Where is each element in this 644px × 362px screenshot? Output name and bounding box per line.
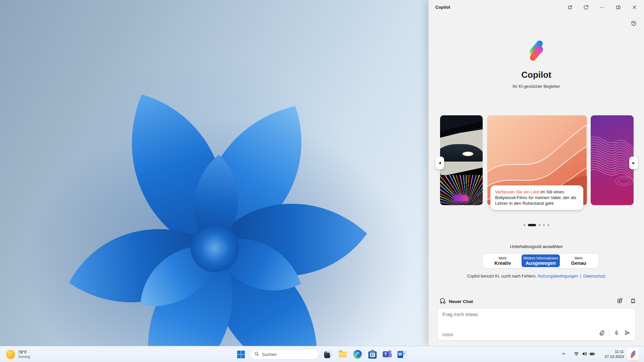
teams-icon: T bbox=[383, 350, 392, 359]
open-in-window-icon bbox=[567, 5, 573, 11]
history-button[interactable] bbox=[628, 18, 639, 29]
volume-icon bbox=[582, 351, 587, 358]
prompt-highlight-text: Verfassen Sie ein Lied bbox=[495, 189, 539, 194]
volume-tray-button[interactable] bbox=[580, 350, 588, 358]
more-options-icon bbox=[599, 5, 605, 11]
hero-tagline: Ihr KI-gestützter Begleiter bbox=[429, 84, 644, 89]
suggestion-card-waves[interactable] bbox=[591, 115, 634, 205]
taskbar: 78°F Sonnig bbox=[0, 346, 644, 362]
desktop-wallpaper bbox=[0, 0, 428, 346]
carousel-dot[interactable] bbox=[543, 224, 545, 226]
split-view-button[interactable] bbox=[612, 2, 624, 13]
microsoft-store-button[interactable] bbox=[366, 348, 379, 361]
new-chat-button[interactable]: Neuer Chat bbox=[439, 296, 473, 306]
wallpaper-ambient-light bbox=[0, 0, 428, 346]
battery-icon bbox=[589, 351, 595, 358]
taskbar-search[interactable] bbox=[250, 349, 319, 360]
more-options-button[interactable] bbox=[596, 2, 608, 13]
notebook-icon bbox=[630, 298, 636, 305]
send-icon bbox=[624, 330, 630, 337]
style-option-sublabel: Mehr bbox=[499, 256, 507, 260]
clock-date: 27.10.2023 bbox=[599, 354, 624, 359]
disclaimer-text: Copilot benutzt KI, sucht nach Fehlern. bbox=[467, 274, 537, 279]
notebook-button[interactable] bbox=[628, 296, 638, 306]
style-option-creative[interactable]: Mehr Kreativ bbox=[484, 254, 522, 267]
ai-disclaimer: Copilot benutzt KI, sucht nach Fehlern. … bbox=[429, 274, 644, 279]
composer-divider bbox=[609, 330, 609, 336]
style-option-sublabel: Mehr bbox=[575, 256, 583, 260]
word-button[interactable]: W bbox=[395, 348, 409, 361]
file-explorer-button[interactable] bbox=[336, 348, 350, 361]
carousel-dot[interactable] bbox=[539, 224, 540, 226]
plugins-button[interactable] bbox=[614, 296, 625, 306]
chat-composer: 0/2000 bbox=[437, 308, 636, 341]
carousel-prev-button[interactable]: ◀ bbox=[435, 157, 444, 169]
mic-icon bbox=[614, 330, 619, 337]
chevron-left-icon: ◀ bbox=[439, 161, 441, 165]
search-icon bbox=[254, 351, 259, 358]
copilot-panel-header: Copilot bbox=[429, 0, 644, 15]
microsoft-store-icon bbox=[368, 351, 377, 359]
style-option-label: Kreativ bbox=[494, 260, 511, 266]
wifi-icon bbox=[574, 351, 579, 358]
carousel-dot[interactable] bbox=[524, 224, 525, 226]
hero-app-name: Copilot bbox=[429, 70, 644, 80]
chat-input[interactable] bbox=[442, 312, 631, 328]
refresh-icon bbox=[583, 5, 589, 11]
task-view-button[interactable] bbox=[321, 348, 335, 361]
send-button[interactable] bbox=[623, 328, 632, 338]
task-view-icon bbox=[324, 350, 332, 359]
battery-tray-button[interactable] bbox=[588, 350, 596, 358]
purple-lines-art bbox=[591, 115, 634, 205]
paperclip-icon bbox=[599, 330, 604, 337]
composer-actions bbox=[597, 328, 632, 338]
copilot-taskbar-button[interactable] bbox=[627, 348, 639, 360]
privacy-link[interactable]: Datenschutz bbox=[583, 274, 606, 279]
search-input[interactable] bbox=[262, 352, 321, 357]
style-picker-heading: Unterhaltungsstil auswählen bbox=[429, 244, 644, 249]
style-option-label: Ausgewogen bbox=[526, 260, 556, 266]
weather-widget[interactable]: 78°F Sonnig bbox=[3, 346, 34, 362]
style-option-sublabel: Weitere Informationen bbox=[523, 256, 558, 260]
taskbar-clock[interactable]: 11:11 27.10.2023 bbox=[599, 349, 624, 359]
edge-button[interactable] bbox=[351, 348, 364, 361]
mic-button[interactable] bbox=[612, 328, 621, 338]
plugins-icon bbox=[617, 298, 623, 305]
open-in-window-button[interactable] bbox=[564, 2, 576, 13]
teams-button[interactable]: T bbox=[380, 348, 394, 361]
suggested-prompt-bubble[interactable]: Verfassen Sie ein Lied im Stil eines Bol… bbox=[490, 185, 583, 210]
style-option-precise[interactable]: Mehr Genau bbox=[560, 254, 598, 267]
panel-header-actions bbox=[564, 2, 640, 13]
terms-link[interactable]: Nutzungsbedingungen bbox=[538, 274, 578, 279]
new-chat-label: Neuer Chat bbox=[449, 299, 473, 304]
new-chat-icon bbox=[439, 298, 446, 305]
carousel-dot[interactable] bbox=[547, 224, 549, 226]
weather-condition: Sonnig bbox=[18, 355, 30, 359]
chat-bar-actions bbox=[614, 296, 638, 306]
chevron-up-icon bbox=[561, 351, 566, 357]
link-divider: | bbox=[580, 274, 581, 279]
word-icon: W bbox=[397, 350, 407, 359]
start-button[interactable] bbox=[234, 348, 248, 361]
comic-car-silhouette bbox=[440, 144, 483, 162]
refresh-button[interactable] bbox=[580, 2, 592, 13]
copilot-panel: Copilot bbox=[428, 0, 644, 346]
sun-icon bbox=[6, 350, 15, 359]
style-option-balanced[interactable]: Weitere Informationen Ausgewogen bbox=[522, 254, 559, 267]
edge-icon bbox=[353, 350, 362, 359]
copilot-icon bbox=[629, 350, 637, 358]
suggestion-card-comic[interactable] bbox=[440, 115, 483, 205]
weather-temperature: 78°F bbox=[18, 350, 30, 355]
tray-overflow-button[interactable] bbox=[559, 350, 568, 358]
attach-button[interactable] bbox=[597, 328, 606, 338]
carousel-next-button[interactable]: ▶ bbox=[629, 157, 638, 169]
wifi-tray-button[interactable] bbox=[572, 350, 580, 358]
style-option-label: Genau bbox=[571, 260, 586, 266]
comic-car-headlight bbox=[462, 152, 474, 156]
history-icon bbox=[631, 20, 637, 27]
windows-logo-icon bbox=[237, 351, 245, 358]
carousel-dot-active[interactable] bbox=[528, 224, 536, 226]
clock-time: 11:11 bbox=[599, 349, 624, 354]
close-button[interactable] bbox=[629, 2, 640, 13]
panel-title: Copilot bbox=[435, 5, 450, 10]
